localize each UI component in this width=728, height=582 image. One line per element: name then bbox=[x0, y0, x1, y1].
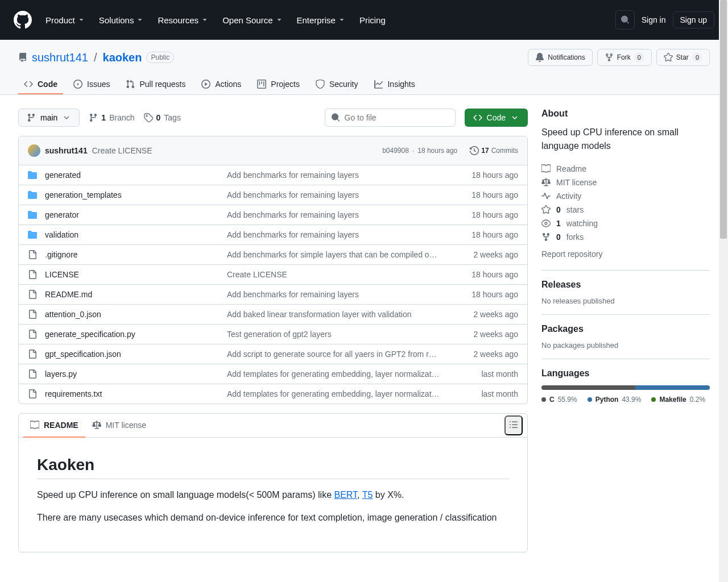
activity-link[interactable]: Activity bbox=[541, 189, 710, 203]
file-commit-msg[interactable]: Add baked linear transformation layer wi… bbox=[227, 310, 450, 319]
file-commit-msg[interactable]: Add benchmarks for simple layers that ca… bbox=[227, 250, 450, 259]
file-name[interactable]: generated bbox=[45, 171, 227, 180]
github-logo-icon[interactable] bbox=[14, 11, 32, 29]
repo-owner-link[interactable]: sushrut141 bbox=[32, 51, 88, 64]
tag-icon bbox=[144, 113, 153, 122]
shield-icon bbox=[316, 80, 325, 89]
watching-link[interactable]: 1 watching bbox=[541, 217, 710, 230]
file-name[interactable]: README.md bbox=[45, 290, 227, 299]
stars-link[interactable]: 0 stars bbox=[541, 203, 710, 217]
language-list: C 55.9%Python 43.9%Makefile 0.2% bbox=[541, 396, 710, 404]
tab-insights[interactable]: Insights bbox=[368, 75, 420, 94]
pr-icon bbox=[126, 80, 135, 89]
language-segment bbox=[541, 385, 635, 390]
language-item[interactable]: C 55.9% bbox=[541, 396, 577, 404]
file-row: .gitignoreAdd benchmarks for simple laye… bbox=[19, 245, 527, 265]
commit-sha[interactable]: b049908 bbox=[382, 147, 409, 155]
goto-file-box[interactable] bbox=[325, 109, 456, 127]
file-name[interactable]: attention_0.json bbox=[45, 310, 227, 319]
file-name[interactable]: layers.py bbox=[45, 369, 227, 379]
code-button[interactable]: Code bbox=[465, 109, 528, 127]
file-commit-msg[interactable]: Create LICENSE bbox=[227, 270, 450, 279]
link-bert[interactable]: BERT bbox=[334, 490, 358, 500]
tags-link[interactable]: 0 Tags bbox=[144, 113, 181, 122]
report-link[interactable]: Report repository bbox=[541, 247, 710, 261]
file-row: validationAdd benchmarks for remaining l… bbox=[19, 225, 527, 245]
global-header: Product Solutions Resources Open Source … bbox=[0, 0, 728, 40]
nav-solutions[interactable]: Solutions bbox=[94, 12, 149, 28]
bell-icon bbox=[535, 53, 544, 62]
file-commit-msg[interactable]: Add benchmarks for remaining layers bbox=[227, 290, 450, 299]
readme-link[interactable]: Readme bbox=[541, 162, 710, 176]
file-commit-msg[interactable]: Add script to generate source for all ya… bbox=[227, 350, 450, 359]
scrollbar-thumb[interactable] bbox=[720, 0, 727, 239]
tab-actions[interactable]: Actions bbox=[196, 75, 247, 94]
file-commit-msg[interactable]: Add templates for generating embedding, … bbox=[227, 389, 450, 398]
branch-select[interactable]: main bbox=[18, 109, 80, 127]
link-t5[interactable]: T5 bbox=[362, 490, 373, 500]
tab-issues[interactable]: Issues bbox=[68, 75, 115, 94]
nav-resources[interactable]: Resources bbox=[153, 12, 213, 28]
file-age: 2 weeks ago bbox=[450, 250, 518, 259]
history-icon bbox=[470, 146, 479, 155]
releases-section: Releases No releases published bbox=[541, 280, 710, 315]
nav-opensource[interactable]: Open Source bbox=[218, 12, 287, 28]
file-name[interactable]: validation bbox=[45, 230, 227, 239]
language-item[interactable]: Python 43.9% bbox=[588, 396, 642, 404]
tab-pullrequests[interactable]: Pull requests bbox=[120, 75, 191, 94]
license-link[interactable]: MIT license bbox=[541, 176, 710, 189]
sign-up-link[interactable]: Sign up bbox=[673, 11, 714, 28]
packages-heading[interactable]: Packages bbox=[541, 324, 710, 334]
star-count: 0 bbox=[692, 52, 702, 63]
fork-icon bbox=[541, 232, 551, 242]
releases-none: No releases published bbox=[541, 297, 710, 305]
file-commit-msg[interactable]: Test generation of gpt2 layers bbox=[227, 330, 450, 339]
file-name[interactable]: LICENSE bbox=[45, 270, 227, 279]
nav-enterprise[interactable]: Enterprise bbox=[292, 12, 350, 28]
repo-name-link[interactable]: kaoken bbox=[103, 51, 142, 64]
toc-button[interactable] bbox=[504, 415, 523, 435]
file-name[interactable]: .gitignore bbox=[45, 250, 227, 259]
sign-in-link[interactable]: Sign in bbox=[642, 15, 666, 24]
tab-code[interactable]: Code bbox=[18, 75, 63, 94]
author-avatar[interactable] bbox=[28, 144, 40, 157]
readme-tab[interactable]: README bbox=[23, 414, 85, 438]
file-name[interactable]: generate_specification.py bbox=[45, 330, 227, 339]
file-commit-msg[interactable]: Add benchmarks for remaining layers bbox=[227, 190, 450, 199]
file-commit-msg[interactable]: Add benchmarks for remaining layers bbox=[227, 171, 450, 180]
toolbar: main 1 Branch 0 Tags Code bbox=[18, 109, 528, 127]
chevron-down-icon bbox=[510, 113, 519, 122]
tab-projects[interactable]: Projects bbox=[251, 75, 305, 94]
project-icon bbox=[257, 80, 266, 89]
file-commit-msg[interactable]: Add benchmarks for remaining layers bbox=[227, 210, 450, 219]
fork-icon bbox=[605, 53, 614, 62]
readme-tabs: README MIT license bbox=[19, 414, 527, 438]
file-name[interactable]: gpt_specification.json bbox=[45, 350, 227, 359]
tab-security[interactable]: Security bbox=[310, 75, 364, 94]
branches-link[interactable]: 1 Branch bbox=[89, 113, 134, 122]
fork-button[interactable]: Fork 0 bbox=[597, 49, 652, 66]
file-age: 2 weeks ago bbox=[450, 310, 518, 319]
file-name[interactable]: generator bbox=[45, 210, 227, 219]
nav-product[interactable]: Product bbox=[41, 12, 90, 28]
main-layout: main 1 Branch 0 Tags Code bbox=[0, 95, 728, 566]
commit-author[interactable]: sushrut141 bbox=[45, 146, 88, 155]
file-age: 18 hours ago bbox=[450, 230, 518, 239]
commit-message[interactable]: Create LICENSE bbox=[92, 146, 152, 155]
language-item[interactable]: Makefile 0.2% bbox=[651, 396, 705, 404]
forks-link[interactable]: 0 forks bbox=[541, 230, 710, 244]
file-name[interactable]: requirements.txt bbox=[45, 389, 227, 398]
file-name[interactable]: generation_templates bbox=[45, 190, 227, 199]
nav-pricing[interactable]: Pricing bbox=[355, 12, 390, 28]
commits-link[interactable]: 17 Commits bbox=[470, 146, 518, 155]
scrollbar[interactable] bbox=[719, 0, 728, 566]
license-tab[interactable]: MIT license bbox=[85, 414, 153, 438]
law-icon bbox=[92, 421, 101, 430]
file-commit-msg[interactable]: Add benchmarks for remaining layers bbox=[227, 230, 450, 239]
goto-file-input[interactable] bbox=[345, 113, 449, 122]
star-button[interactable]: Star 0 bbox=[656, 49, 710, 66]
search-button[interactable] bbox=[615, 10, 635, 30]
notifications-button[interactable]: Notifications bbox=[528, 49, 592, 66]
file-commit-msg[interactable]: Add templates for generating embedding, … bbox=[227, 369, 450, 379]
releases-heading[interactable]: Releases bbox=[541, 280, 710, 290]
